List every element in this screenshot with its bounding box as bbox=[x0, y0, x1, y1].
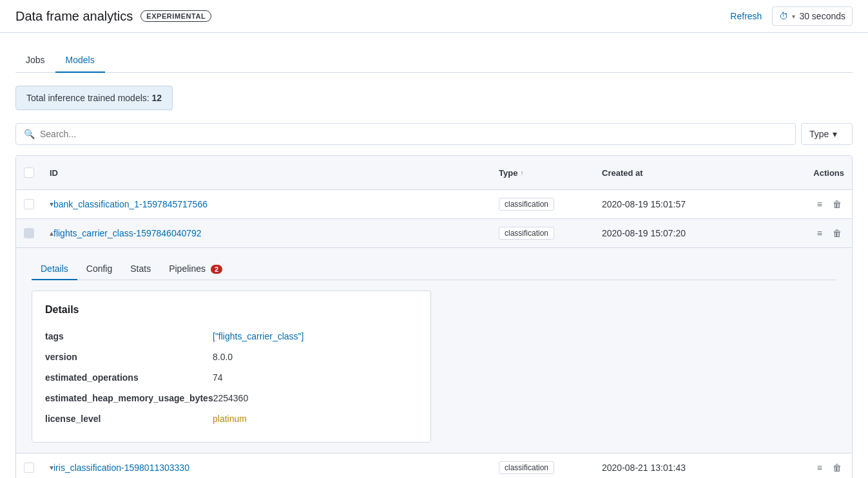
detail-row-heap: estimated_heap_memory_usage_bytes 225436… bbox=[45, 388, 418, 408]
sort-asc-icon: ↑ bbox=[520, 169, 523, 177]
tab-models[interactable]: Models bbox=[55, 48, 105, 73]
row2-actions-cell: ≡ 🗑 bbox=[775, 219, 852, 247]
experimental-badge: EXPERIMENTAL bbox=[140, 10, 211, 22]
detail-value-version: 8.0.0 bbox=[213, 352, 233, 362]
summary-bar: Total inference trained models: 12 bbox=[15, 86, 173, 110]
search-row: 🔍 Type ▾ bbox=[15, 123, 853, 145]
th-created-at: Created at bbox=[594, 162, 775, 183]
detail-value-tags[interactable]: ["flights_carrier_class"] bbox=[213, 331, 304, 341]
detail-row-tags: tags ["flights_carrier_class"] bbox=[45, 326, 418, 347]
time-selector[interactable]: ⏱ ▾ 30 seconds bbox=[772, 6, 853, 26]
type-filter-label: Type bbox=[809, 129, 829, 139]
models-table: ID Type ↑ Created at Actions ▾ bank_clas… bbox=[15, 155, 853, 478]
detail-row-version: version 8.0.0 bbox=[45, 347, 418, 367]
select-all-checkbox[interactable] bbox=[24, 167, 34, 178]
detail-row-license: license_level platinum bbox=[45, 408, 418, 429]
row1-checkbox[interactable] bbox=[24, 199, 34, 209]
details-tab-bar: Details Config Stats Pipelines 2 bbox=[32, 258, 836, 280]
row3-type-badge: classification bbox=[499, 461, 554, 474]
page-title: Data frame analytics bbox=[15, 9, 133, 24]
row2-id-cell: ▴ flights_carrier_class-1597846040792 bbox=[42, 222, 491, 245]
row3-id[interactable]: iris_classification-1598011303330 bbox=[53, 463, 189, 473]
detail-label-heap: estimated_heap_memory_usage_bytes bbox=[45, 393, 213, 403]
th-type: Type ↑ bbox=[491, 162, 594, 183]
details-tab-pipelines[interactable]: Pipelines 2 bbox=[160, 258, 231, 280]
search-wrapper: 🔍 bbox=[15, 123, 796, 145]
row3-created-cell: 2020-08-21 13:01:43 bbox=[594, 456, 775, 478]
details-card: Details tags ["flights_carrier_class"] v… bbox=[32, 291, 431, 443]
detail-label-version: version bbox=[45, 352, 213, 362]
row1-id-cell: ▾ bank_classification_1-1597845717566 bbox=[42, 193, 491, 216]
detail-label-license: license_level bbox=[45, 414, 213, 424]
row1-delete-icon[interactable]: 🗑 bbox=[830, 196, 844, 212]
type-filter[interactable]: Type ▾ bbox=[801, 123, 853, 145]
row1-actions-cell: ≡ 🗑 bbox=[775, 190, 852, 218]
row2-list-icon[interactable]: ≡ bbox=[815, 225, 825, 241]
row3-checkbox[interactable] bbox=[24, 463, 34, 473]
row3-list-icon[interactable]: ≡ bbox=[815, 460, 825, 475]
row2-checkbox[interactable] bbox=[24, 228, 34, 238]
row1-checkbox-cell bbox=[16, 193, 42, 216]
row2-checkbox-cell bbox=[16, 222, 42, 245]
row2-delete-icon[interactable]: 🗑 bbox=[830, 225, 844, 241]
expanded-details: Details Config Stats Pipelines 2 Details… bbox=[16, 248, 852, 454]
type-filter-chevron: ▾ bbox=[833, 129, 837, 139]
row1-created-cell: 2020-08-19 15:01:57 bbox=[594, 193, 775, 216]
th-checkbox bbox=[16, 162, 42, 183]
refresh-button[interactable]: Refresh bbox=[725, 7, 767, 25]
details-tab-config[interactable]: Config bbox=[77, 258, 121, 280]
row3-delete-icon[interactable]: 🗑 bbox=[830, 460, 844, 475]
row1-type-badge: classification bbox=[499, 198, 554, 211]
detail-value-license: platinum bbox=[213, 414, 247, 424]
details-tab-details[interactable]: Details bbox=[32, 258, 77, 280]
detail-value-heap: 2254360 bbox=[213, 393, 249, 403]
detail-label-ops: estimated_operations bbox=[45, 372, 213, 383]
table-header: ID Type ↑ Created at Actions bbox=[16, 156, 852, 190]
search-input[interactable] bbox=[40, 124, 787, 144]
row2-type-badge: classification bbox=[499, 227, 554, 240]
row3-id-cell: ▾ iris_classification-1598011303330 bbox=[42, 456, 491, 478]
detail-label-tags: tags bbox=[45, 331, 213, 341]
row3-type-cell: classification bbox=[491, 455, 594, 478]
header-right: Refresh ⏱ ▾ 30 seconds bbox=[725, 6, 853, 26]
row2-created-cell: 2020-08-19 15:07:20 bbox=[594, 222, 775, 245]
main-content: Jobs Models Total inference trained mode… bbox=[0, 33, 868, 478]
row1-id[interactable]: bank_classification_1-1597845717566 bbox=[53, 199, 207, 209]
chevron-down-icon: ▾ bbox=[792, 13, 795, 20]
pipelines-badge: 2 bbox=[211, 265, 222, 274]
detail-value-ops: 74 bbox=[213, 372, 223, 383]
header-left: Data frame analytics EXPERIMENTAL bbox=[15, 9, 211, 24]
tab-bar: Jobs Models bbox=[15, 48, 853, 73]
row3-checkbox-cell bbox=[16, 456, 42, 478]
search-icon: 🔍 bbox=[24, 129, 35, 139]
row1-list-icon[interactable]: ≡ bbox=[815, 196, 825, 212]
time-label: 30 seconds bbox=[799, 11, 845, 21]
th-id: ID bbox=[42, 162, 491, 183]
page-header: Data frame analytics EXPERIMENTAL Refres… bbox=[0, 0, 868, 33]
row1-type-cell: classification bbox=[491, 191, 594, 217]
tab-jobs[interactable]: Jobs bbox=[15, 48, 55, 73]
table-row: ▾ bank_classification_1-1597845717566 cl… bbox=[16, 190, 852, 219]
row2-id[interactable]: flights_carrier_class-1597846040792 bbox=[53, 228, 202, 238]
expanded-row-wrapper: ▴ flights_carrier_class-1597846040792 cl… bbox=[16, 219, 852, 454]
summary-prefix: Total inference trained models: bbox=[26, 93, 149, 103]
details-tab-stats[interactable]: Stats bbox=[121, 258, 160, 280]
th-actions: Actions bbox=[775, 162, 852, 183]
row2-type-cell: classification bbox=[491, 220, 594, 246]
row3-actions-cell: ≡ 🗑 bbox=[775, 454, 852, 478]
clock-icon: ⏱ bbox=[779, 11, 788, 21]
table-row-expanded: ▴ flights_carrier_class-1597846040792 cl… bbox=[16, 219, 852, 248]
details-card-title: Details bbox=[45, 304, 418, 316]
detail-row-ops: estimated_operations 74 bbox=[45, 367, 418, 388]
summary-count: 12 bbox=[152, 93, 162, 103]
table-row: ▾ iris_classification-1598011303330 clas… bbox=[16, 454, 852, 478]
